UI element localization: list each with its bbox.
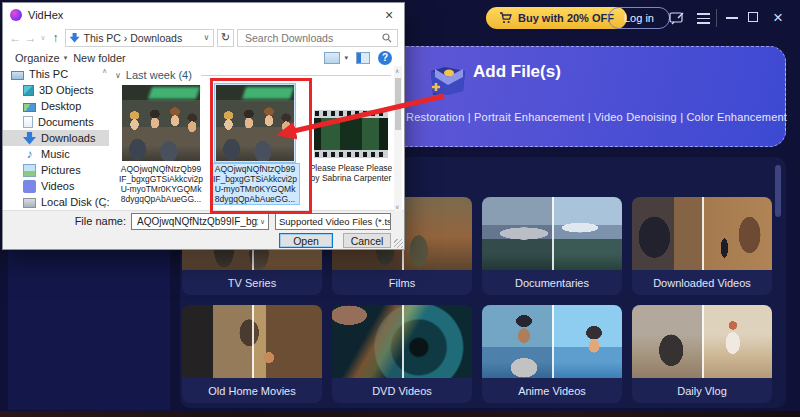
help-icon[interactable]: ? [378, 51, 392, 65]
file-list: ∨ Last week (4) AQOjwqNQfNtzQb99 IF_bgxg… [113, 66, 393, 211]
add-files-folder-icon [425, 57, 471, 103]
sidebar-item-pictures[interactable]: Pictures [3, 162, 109, 178]
open-button[interactable]: Open [279, 233, 333, 248]
maximize-button[interactable] [748, 12, 758, 22]
preview-pane-icon[interactable] [356, 52, 370, 64]
file-item-1[interactable]: AQOjwqNQfNtzQb99 IF_bgxgGTSiAkkcvi2p U-m… [117, 84, 205, 204]
download-icon [23, 132, 36, 145]
file-name-line: 8dygqQpAbAueGG... [117, 194, 205, 204]
group-header[interactable]: ∨ Last week (4) [113, 66, 393, 83]
card-label: Downloaded Videos [632, 270, 772, 295]
video-icon [23, 180, 36, 193]
dialog-title: VidHex [28, 9, 63, 21]
breadcrumb[interactable]: This PC › Downloads ∨ [65, 29, 215, 47]
sidebar-item-this-pc[interactable]: This PC [3, 66, 109, 82]
refresh-button[interactable]: ↻ [217, 29, 234, 47]
card-thumbnail [482, 305, 622, 378]
app-close-button[interactable]: × [768, 7, 788, 29]
sidebar-item-label: Desktop [41, 100, 81, 112]
scroll-up-icon[interactable]: ∧ [395, 67, 399, 74]
dialog-close-button[interactable]: × [374, 3, 404, 26]
history-chevron-icon[interactable]: ∨ [40, 34, 47, 42]
cancel-button[interactable]: Cancel [343, 233, 391, 248]
section-scrollbar[interactable] [775, 165, 781, 217]
dialog-toolbar: Organize ▾ New folder ▾ ? [3, 49, 404, 66]
card-label: Daily Vlog [632, 378, 772, 403]
file-name-line: U-myoTMr0KYGQMk [117, 184, 205, 194]
sidebar-item-music[interactable]: ♪ Music [3, 146, 109, 162]
scroll-up-icon[interactable]: ∧ [102, 67, 107, 75]
card-daily-vlog[interactable]: Daily Vlog [632, 305, 772, 403]
group-collapse-icon[interactable]: ∨ [115, 71, 121, 80]
film-strip-thumbnail [314, 110, 388, 158]
search-input[interactable] [243, 31, 382, 45]
disk-icon [23, 198, 36, 208]
file-name-line: IF_bgxgGTSiAkkcvi2p [211, 174, 299, 184]
sidebar-item-desktop[interactable]: Desktop [3, 98, 109, 114]
file-name-line: by Sabrina Carpenter [307, 173, 395, 183]
file-list-scrollbar[interactable]: ∧ ∨ [394, 66, 402, 211]
sidebar-item-label: Music [41, 148, 70, 160]
file-item-3[interactable]: Please Please Please by Sabrina Carpente… [307, 84, 395, 183]
menu-icon[interactable] [694, 10, 712, 27]
file-type-value: Supported Video Files (*.ts;*.mt [279, 216, 391, 227]
compare-divider [402, 305, 404, 378]
card-thumbnail [482, 197, 622, 270]
breadcrumb-chevron-icon[interactable]: ∨ [203, 33, 209, 42]
feedback-icon[interactable] [668, 10, 686, 27]
sidebar-item-downloads[interactable]: Downloads [3, 130, 109, 146]
sidebar-item-label: Pictures [41, 164, 81, 176]
sidebar-scrollbar[interactable]: ∧ ∨ [101, 66, 111, 211]
resize-grip[interactable] [394, 239, 403, 248]
card-downloaded-videos[interactable]: Downloaded Videos [632, 197, 772, 295]
dialog-footer: File name: ∨ Supported Video Files (*.ts… [3, 210, 404, 249]
before-half [482, 197, 552, 270]
scroll-down-icon[interactable]: ∨ [395, 203, 399, 210]
titlebar-divider [716, 9, 717, 27]
file-name: Please Please Please by Sabrina Carpente… [307, 163, 395, 183]
card-dvd-videos[interactable]: DVD Videos [332, 305, 472, 403]
bottom-edge [0, 411, 800, 417]
card-label: Old Home Movies [182, 378, 322, 403]
compare-divider [552, 197, 554, 270]
picture-icon [23, 164, 36, 177]
view-dropdown-icon: ▾ [344, 54, 348, 62]
sidebar-item-local-disk[interactable]: Local Disk (C:) [3, 194, 109, 210]
document-icon [23, 116, 33, 128]
up-icon[interactable]: ↑ [49, 31, 61, 45]
file-name-combo[interactable]: ∨ [131, 213, 269, 230]
file-type-dropdown[interactable]: Supported Video Files (*.ts;*.mt ∨ [275, 213, 391, 230]
card-thumbnail [182, 305, 322, 378]
search-icon [382, 33, 392, 43]
before-half [632, 197, 702, 270]
card-thumbnail [632, 305, 772, 378]
minimize-button[interactable] [726, 17, 738, 19]
login-button[interactable]: Log in [608, 7, 670, 29]
sidebar-item-label: Downloads [41, 132, 95, 144]
sidebar-item-label: 3D Objects [39, 84, 93, 96]
sidebar-item-3d-objects[interactable]: 3D Objects [3, 82, 109, 98]
forward-icon[interactable]: → [24, 31, 36, 45]
organize-menu[interactable]: Organize ▾ [15, 52, 67, 64]
card-documentaries[interactable]: Documentaries [482, 197, 622, 295]
sidebar-item-videos[interactable]: Videos [3, 178, 109, 194]
scroll-down-icon[interactable]: ∨ [102, 202, 107, 210]
scrollbar-thumb[interactable] [395, 78, 401, 130]
back-icon[interactable]: ← [9, 31, 21, 45]
buy-button[interactable]: Buy with 20% OFF [486, 7, 627, 29]
combo-chevron-icon[interactable]: ∨ [260, 218, 265, 226]
card-label: TV Series [182, 270, 322, 295]
search-box[interactable] [237, 29, 398, 47]
new-folder-button[interactable]: New folder [73, 52, 126, 64]
file-name-label: File name: [58, 215, 126, 227]
group-header-rule [201, 75, 391, 76]
file-name-input[interactable] [135, 215, 260, 228]
view-selector[interactable]: ▾ [324, 52, 348, 64]
toolbar-right-icons: ▾ ? [324, 51, 392, 65]
sidebar-item-documents[interactable]: Documents [3, 114, 109, 130]
card-anime-videos[interactable]: Anime Videos [482, 305, 622, 403]
file-item-2-selected[interactable]: AQOjwqNQfNtzQb99 IF_bgxgGTSiAkkcvi2p U-m… [211, 84, 299, 204]
card-label: Anime Videos [482, 378, 622, 403]
card-old-home-movies[interactable]: Old Home Movies [182, 305, 322, 403]
sidebar-item-label: Documents [38, 116, 94, 128]
